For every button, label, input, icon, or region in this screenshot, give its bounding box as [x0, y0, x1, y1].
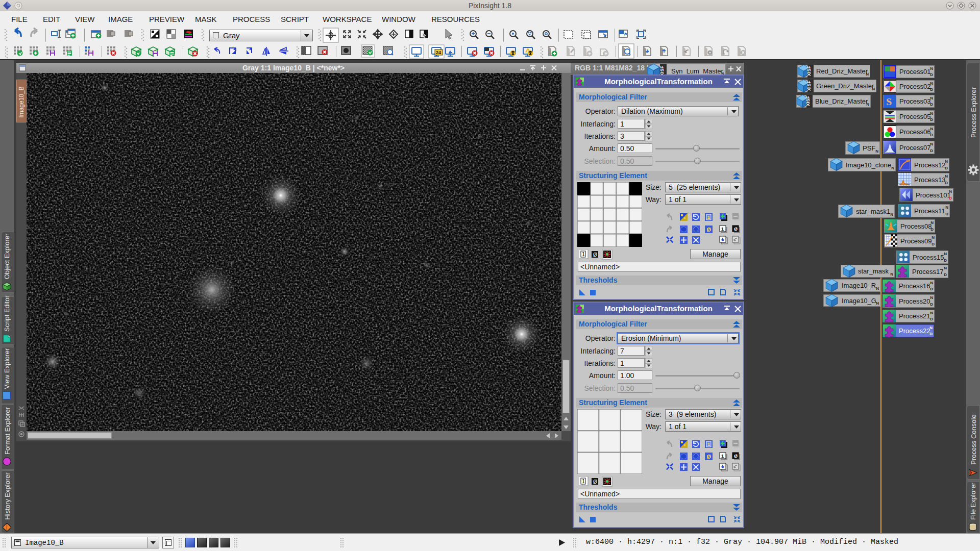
svg-text:1: 1: [582, 251, 585, 257]
svg-text:Ø: Ø: [593, 252, 597, 258]
svg-text:Ø: Ø: [593, 479, 597, 485]
svg-text:1: 1: [582, 478, 585, 484]
svg-text:24: 24: [436, 50, 441, 55]
